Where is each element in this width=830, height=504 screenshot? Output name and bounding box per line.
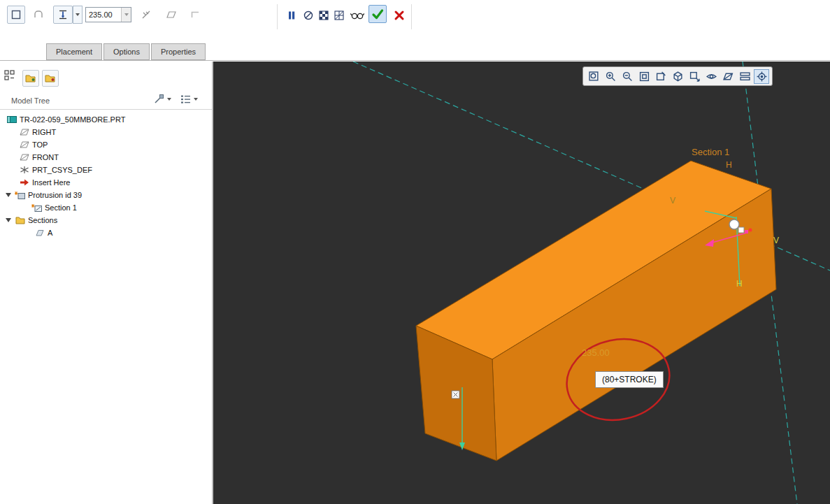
dashboard-tabs: Placement Options Properties bbox=[46, 43, 207, 60]
tree-settings-icon bbox=[154, 94, 165, 105]
depth-type-button[interactable] bbox=[53, 6, 73, 24]
protrusion-icon bbox=[14, 191, 26, 200]
navigator-toggle-icon[interactable] bbox=[4, 70, 15, 84]
chevron-down-icon bbox=[124, 13, 129, 16]
thicken-sketch-icon bbox=[166, 9, 177, 20]
expander-icon[interactable] bbox=[6, 218, 11, 222]
show-button[interactable] bbox=[22, 70, 39, 87]
tree-item-label: TOP bbox=[32, 141, 48, 149]
tree-item-part[interactable]: TR-022-059_50MMBORE.PRT bbox=[0, 113, 212, 126]
datum-display-button[interactable] bbox=[720, 69, 736, 84]
v-reference-label: V bbox=[773, 236, 779, 245]
refit-icon bbox=[639, 71, 650, 82]
depth-input-group bbox=[85, 7, 131, 22]
repaint-icon bbox=[656, 71, 666, 82]
folder-icon bbox=[14, 216, 26, 224]
tree-item-a[interactable]: A bbox=[0, 226, 212, 239]
model-tree-title: Model Tree bbox=[11, 96, 50, 105]
folder-show-icon bbox=[25, 73, 36, 83]
spin-center-button[interactable] bbox=[754, 69, 769, 84]
saved-views-button[interactable] bbox=[687, 69, 702, 84]
thicken-sketch-button[interactable] bbox=[162, 6, 180, 24]
tree-item-section1[interactable]: Section 1 bbox=[0, 201, 212, 214]
depth-value-dropdown[interactable] bbox=[121, 8, 131, 22]
tree-item-label: FRONT bbox=[32, 153, 59, 161]
part-icon bbox=[6, 115, 17, 124]
pause-button[interactable] bbox=[282, 6, 301, 24]
viewport-toolbar bbox=[582, 66, 773, 86]
toolbar-separator bbox=[411, 4, 412, 29]
zoom-window-icon bbox=[589, 71, 599, 82]
annotation-display-button[interactable] bbox=[703, 69, 719, 84]
tab-options[interactable]: Options bbox=[103, 43, 150, 60]
no-preview-icon bbox=[303, 10, 314, 21]
section-label[interactable]: Section 1 bbox=[692, 147, 729, 157]
placement-option-button[interactable] bbox=[29, 6, 48, 24]
glasses-icon bbox=[350, 10, 365, 21]
tree-columns-button[interactable] bbox=[180, 94, 198, 105]
zoom-window-button[interactable] bbox=[586, 69, 601, 84]
chevron-down-icon bbox=[194, 98, 198, 101]
csys-icon bbox=[18, 166, 30, 174]
capped-ends-icon bbox=[189, 9, 201, 20]
feature-dashboard: Placement Options Properties bbox=[0, 0, 830, 61]
sketch-placement-button[interactable] bbox=[7, 6, 25, 24]
graphics-viewport[interactable]: Section 1 H V V H 235.00 (80+STROKE) bbox=[213, 62, 830, 504]
tree-item-csys[interactable]: PRT_CSYS_DEF bbox=[0, 164, 212, 176]
remove-material-button[interactable] bbox=[137, 6, 155, 24]
chevron-down-icon bbox=[167, 98, 171, 101]
tree-item-label: PRT_CSYS_DEF bbox=[32, 166, 92, 174]
reference-point-dot bbox=[749, 229, 752, 232]
check-icon bbox=[371, 7, 385, 21]
rounded-boundary-icon bbox=[33, 9, 44, 20]
list-icon bbox=[180, 94, 192, 105]
attached-preview-button[interactable] bbox=[330, 6, 348, 24]
zoom-in-button[interactable] bbox=[603, 69, 618, 84]
navigator-panel: Model Tree TR-022-059_50MMBORE.PRT bbox=[0, 62, 213, 504]
capped-ends-button[interactable] bbox=[186, 6, 204, 24]
tree-item-label: A bbox=[48, 229, 52, 237]
tree-settings-button[interactable] bbox=[154, 94, 171, 105]
depth-type-dropdown[interactable] bbox=[73, 6, 83, 24]
display-style-icon bbox=[673, 71, 683, 82]
datum-plane-icon bbox=[18, 128, 30, 136]
saved-views-icon bbox=[689, 71, 700, 82]
ok-button[interactable] bbox=[369, 5, 387, 23]
cancel-button[interactable] bbox=[390, 6, 408, 24]
view-manager-button[interactable] bbox=[737, 69, 752, 84]
zoom-out-button[interactable] bbox=[620, 69, 635, 84]
display-style-button[interactable] bbox=[670, 69, 685, 84]
tree-item-insert-here[interactable]: Insert Here bbox=[0, 176, 212, 189]
zoom-out-icon bbox=[622, 71, 633, 82]
depth-drag-handle[interactable] bbox=[452, 391, 459, 398]
pause-icon bbox=[286, 10, 297, 21]
tree-item-label: Protrusion id 39 bbox=[28, 191, 82, 199]
zoom-in-icon bbox=[606, 71, 616, 82]
refit-button[interactable] bbox=[636, 69, 652, 84]
h-reference-label: H bbox=[736, 279, 743, 289]
depth-value-input[interactable] bbox=[86, 8, 121, 22]
tree-item-top[interactable]: TOP bbox=[0, 138, 212, 151]
annotation-display-icon bbox=[706, 71, 717, 82]
tree-item-protrusion[interactable]: Protrusion id 39 bbox=[0, 189, 212, 201]
preview-feature-button[interactable] bbox=[347, 6, 368, 24]
tree-item-label: Section 1 bbox=[45, 203, 77, 212]
x-icon bbox=[394, 10, 405, 21]
tree-item-front[interactable]: FRONT bbox=[0, 151, 212, 164]
sketch-plane-icon bbox=[10, 9, 22, 20]
repaint-button[interactable] bbox=[653, 69, 668, 84]
tab-properties[interactable]: Properties bbox=[151, 43, 206, 60]
tab-placement[interactable]: Placement bbox=[46, 43, 102, 60]
checker-preview-icon bbox=[318, 10, 329, 21]
expander-icon[interactable] bbox=[6, 193, 11, 197]
tree-item-label: Insert Here bbox=[32, 178, 70, 187]
sketch-icon bbox=[31, 203, 43, 213]
settings-button[interactable] bbox=[42, 70, 59, 87]
tree-item-right[interactable]: RIGHT bbox=[0, 126, 212, 138]
model-tree: TR-022-059_50MMBORE.PRT RIGHT TOP FRONT bbox=[0, 113, 212, 239]
datum-plane-icon bbox=[18, 153, 30, 161]
depth-dimension-label[interactable]: 235.00 bbox=[582, 347, 610, 358]
tree-item-sections[interactable]: Sections bbox=[0, 214, 212, 226]
dimension-tooltip: (80+STROKE) bbox=[595, 371, 664, 388]
datum-plane-icon bbox=[18, 141, 30, 149]
